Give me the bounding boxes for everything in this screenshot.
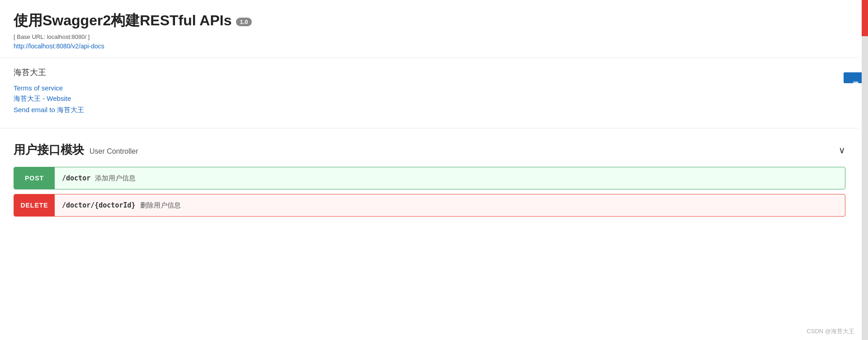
- translator-label: 腾讯翻译: [852, 76, 859, 80]
- email-link[interactable]: Send email to 海苔大王: [14, 106, 845, 114]
- endpoint-row-post[interactable]: POST /doctor 添加用户信息: [14, 167, 845, 189]
- endpoints-list: POST /doctor 添加用户信息 DELETE /doctor/{doct…: [14, 167, 845, 217]
- page-title: 使用Swagger2构建RESTful APIs: [14, 11, 231, 31]
- controller-subtitle: User Controller: [90, 147, 138, 156]
- api-docs-link[interactable]: http://localhost:8080/v2/api-docs: [14, 42, 104, 50]
- base-url-label: [ Base URL: localhost:8080/ ]: [14, 33, 845, 40]
- scrollbar-thumb[interactable]: [862, 0, 868, 36]
- endpoint-path-post: /doctor: [62, 174, 90, 182]
- scrollbar[interactable]: [862, 0, 868, 340]
- endpoint-path-delete: /doctor/{doctorId}: [62, 201, 136, 209]
- method-badge-delete: DELETE: [14, 194, 55, 216]
- translator-widget[interactable]: 腾讯翻译: [844, 72, 862, 83]
- terms-of-service-link[interactable]: Terms of service: [14, 84, 845, 92]
- chevron-down-icon[interactable]: ∨: [839, 145, 845, 156]
- title-row: 使用Swagger2构建RESTful APIs 1.0: [14, 11, 845, 31]
- controller-title: 用户接口模块 User Controller: [14, 142, 138, 158]
- contact-name: 海苔大王: [14, 67, 845, 78]
- header-section: 使用Swagger2构建RESTful APIs 1.0 [ Base URL:…: [0, 0, 859, 58]
- controller-section: 用户接口模块 User Controller ∨ POST /doctor 添加…: [0, 128, 859, 230]
- controller-header: 用户接口模块 User Controller ∨: [14, 142, 845, 158]
- controller-name: 用户接口模块: [14, 142, 84, 158]
- endpoint-row-delete[interactable]: DELETE /doctor/{doctorId} 删除用户信息: [14, 194, 845, 217]
- footer: CSDN @海苔大王: [807, 327, 854, 335]
- endpoint-desc-delete: 删除用户信息: [140, 201, 181, 210]
- info-links: Terms of service 海苔大王 - Website Send ema…: [14, 84, 845, 114]
- footer-text: CSDN @海苔大王: [807, 328, 854, 335]
- website-link[interactable]: 海苔大王 - Website: [14, 94, 845, 103]
- version-badge: 1.0: [236, 18, 251, 26]
- info-section: 海苔大王 Terms of service 海苔大王 - Website Sen…: [0, 58, 859, 128]
- endpoint-desc-post: 添加用户信息: [95, 174, 136, 183]
- method-badge-post: POST: [14, 167, 55, 189]
